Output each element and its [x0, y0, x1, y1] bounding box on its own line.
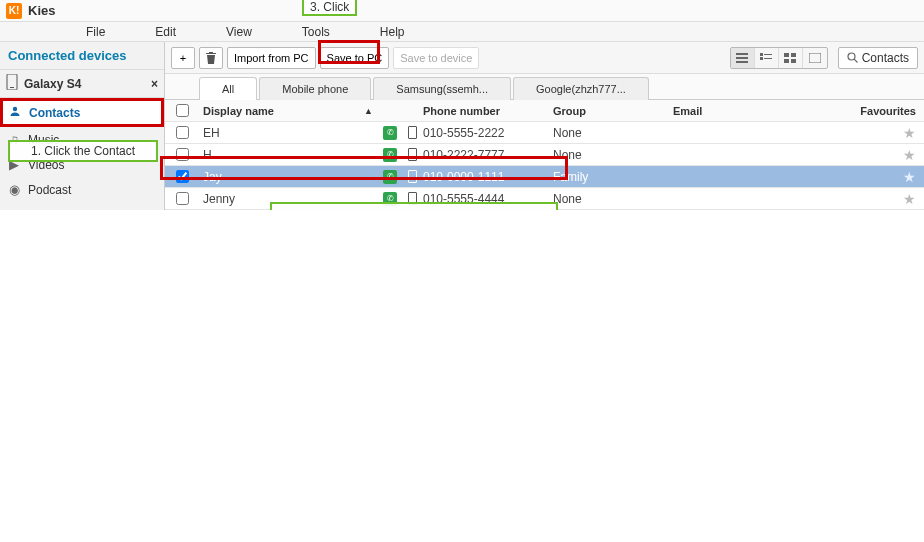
sidebar-header: Connected devices: [0, 42, 164, 70]
star-icon[interactable]: ★: [903, 147, 916, 163]
cell-name: EH: [199, 126, 379, 140]
table-row[interactable]: EH✆010-5555-2222None★: [165, 122, 924, 144]
sidebar-device[interactable]: Galaxy S4 ×: [0, 70, 164, 98]
row-checkbox[interactable]: [176, 148, 189, 161]
col-email[interactable]: Email: [673, 105, 844, 117]
svg-rect-5: [760, 57, 763, 60]
col-favourites[interactable]: Favourites: [844, 105, 924, 117]
svg-rect-10: [791, 59, 796, 63]
cell-name: H: [199, 148, 379, 162]
phone-badge-icon: ✆: [383, 148, 397, 162]
app-logo: K!: [6, 3, 22, 19]
view-card-icon[interactable]: [803, 48, 827, 68]
sidebar-item-podcast[interactable]: ◉ Podcast: [0, 177, 164, 202]
cell-group: None: [553, 192, 673, 206]
svg-rect-8: [791, 53, 796, 57]
content: + Import from PC Save to PC Save to devi…: [165, 42, 924, 210]
svg-rect-3: [760, 53, 763, 56]
cell-phone: 010-5555-2222: [423, 126, 553, 140]
menu-tools[interactable]: Tools: [302, 25, 330, 39]
tab-google[interactable]: Google(zhzh777...: [513, 77, 649, 100]
save-to-device-button: Save to device: [393, 47, 479, 69]
window-titlebar: K! Kies: [0, 0, 924, 22]
phone-badge-icon: ✆: [383, 170, 397, 184]
svg-point-12: [848, 53, 855, 60]
menubar: File Edit View Tools Help: [0, 22, 924, 42]
star-icon[interactable]: ★: [903, 125, 916, 141]
view-detail-icon[interactable]: [755, 48, 779, 68]
import-from-pc-button[interactable]: Import from PC: [227, 47, 316, 69]
tab-samsung[interactable]: Samsung(ssemh...: [373, 77, 511, 100]
phone-icon: [6, 74, 18, 93]
col-display-name[interactable]: Display name▲: [199, 105, 379, 117]
source-tabs: All Mobile phone Samsung(ssemh... Google…: [165, 74, 924, 100]
cell-name: Jay: [199, 170, 379, 184]
svg-rect-6: [764, 58, 772, 59]
menu-view[interactable]: View: [226, 25, 252, 39]
cell-group: Family: [553, 170, 673, 184]
svg-rect-7: [784, 53, 789, 57]
sidebar-item-label: Contacts: [29, 106, 80, 120]
toolbar: + Import from PC Save to PC Save to devi…: [165, 42, 924, 74]
row-checkbox[interactable]: [176, 126, 189, 139]
svg-point-2: [13, 107, 17, 111]
annotation-step2: 2. Choose the contact which you want to …: [270, 202, 558, 210]
sort-asc-icon: ▲: [364, 106, 373, 116]
view-mode-group: [730, 47, 828, 69]
svg-rect-11: [809, 53, 821, 63]
table-row[interactable]: Jay✆010-0000-1111Family★: [165, 166, 924, 188]
annotation-step3: 3. Click: [302, 0, 357, 16]
select-all-checkbox[interactable]: [176, 104, 189, 117]
table-row[interactable]: H✆010-2222-7777None★: [165, 144, 924, 166]
sidebar-item-contacts[interactable]: Contacts: [0, 98, 164, 127]
tab-all[interactable]: All: [199, 77, 257, 100]
trash-icon: [206, 52, 216, 64]
view-list-icon[interactable]: [731, 48, 755, 68]
menu-edit[interactable]: Edit: [155, 25, 176, 39]
search-icon: [847, 52, 858, 63]
view-grid-icon[interactable]: [779, 48, 803, 68]
search-contacts-button[interactable]: Contacts: [838, 47, 918, 69]
row-checkbox[interactable]: [176, 170, 189, 183]
cell-phone: 010-0000-1111: [423, 170, 553, 184]
cell-group: None: [553, 148, 673, 162]
device-name: Galaxy S4: [24, 77, 81, 91]
svg-rect-4: [764, 54, 772, 55]
svg-line-13: [854, 59, 857, 62]
sidebar-item-label: Podcast: [28, 183, 71, 197]
mobile-icon: [408, 126, 417, 139]
svg-rect-1: [10, 87, 14, 88]
tab-mobile[interactable]: Mobile phone: [259, 77, 371, 100]
menu-file[interactable]: File: [86, 25, 105, 39]
col-phone[interactable]: Phone number: [423, 105, 553, 117]
phone-badge-icon: ✆: [383, 126, 397, 140]
table-header: Display name▲ Phone number Group Email F…: [165, 100, 924, 122]
save-to-pc-button[interactable]: Save to PC: [320, 47, 390, 69]
svg-rect-9: [784, 59, 789, 63]
star-icon[interactable]: ★: [903, 169, 916, 185]
sidebar: Connected devices Galaxy S4 × Contacts ♫…: [0, 42, 165, 210]
annotation-step1: 1. Click the Contact: [8, 140, 158, 162]
col-group[interactable]: Group: [553, 105, 673, 117]
mobile-icon: [408, 148, 417, 161]
mobile-icon: [408, 170, 417, 183]
app-title: Kies: [28, 3, 55, 18]
search-label: Contacts: [862, 51, 909, 65]
contacts-icon: [7, 104, 23, 121]
cell-group: None: [553, 126, 673, 140]
cell-phone: 010-2222-7777: [423, 148, 553, 162]
delete-button[interactable]: [199, 47, 223, 69]
add-button[interactable]: +: [171, 47, 195, 69]
star-icon[interactable]: ★: [903, 191, 916, 207]
podcast-icon: ◉: [6, 182, 22, 197]
device-close-icon[interactable]: ×: [151, 77, 158, 91]
row-checkbox[interactable]: [176, 192, 189, 205]
menu-help[interactable]: Help: [380, 25, 405, 39]
